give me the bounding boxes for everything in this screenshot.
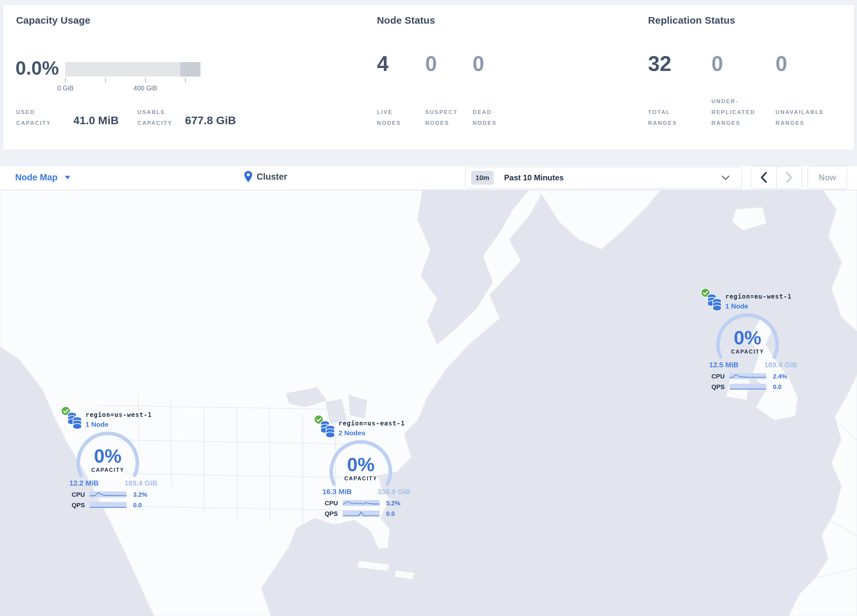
- capacity-axis-label: 0 GiB: [57, 85, 74, 92]
- qps-label: QPS: [325, 510, 338, 517]
- live-nodes-count: 4: [377, 52, 389, 76]
- capacity-axis-tick: [105, 78, 106, 82]
- capacity-usage-percent: 0.0%: [15, 57, 59, 79]
- used-capacity-label: USED CAPACITY: [16, 107, 67, 128]
- breadcrumb-label: Cluster: [257, 172, 287, 182]
- capacity-gauge-label: CAPACITY: [75, 467, 141, 473]
- cpu-sparkline: [90, 491, 127, 497]
- triangle-down-icon: [65, 176, 70, 180]
- qps-value: 0.0: [386, 510, 394, 517]
- database-stack-icon: [319, 420, 336, 438]
- marker-node-count: 2 Nodes: [339, 428, 405, 438]
- capacity-gauge-label: CAPACITY: [328, 476, 394, 482]
- capacity-gauge: 0% CAPACITY: [328, 440, 394, 488]
- capacity-gauge: 0% CAPACITY: [715, 313, 780, 361]
- time-step-buttons: [751, 166, 802, 189]
- capacity-gauge: 0% CAPACITY: [75, 432, 141, 479]
- capacity-axis-label: 400 GiB: [133, 85, 157, 92]
- breadcrumb-cluster[interactable]: Cluster: [244, 170, 287, 183]
- region-marker-us-west-1[interactable]: region=us-west-1 1 Node 0% CAPACITY 12.2…: [55, 405, 160, 517]
- marker-region-label: region=us-east-1: [339, 418, 405, 428]
- capacity-usage-title: Capacity Usage: [16, 15, 90, 26]
- region-marker-us-east-1[interactable]: region=us-east-1 2 Nodes 0% CAPACITY 16.…: [308, 414, 413, 525]
- qps-sparkline: [730, 384, 766, 390]
- database-stack-icon: [706, 293, 722, 311]
- view-selector-label: Node Map: [15, 173, 57, 183]
- cpu-label: CPU: [325, 500, 338, 507]
- node-status-title: Node Status: [377, 15, 435, 26]
- capacity-axis-tick: [145, 78, 146, 82]
- qps-label: QPS: [72, 502, 85, 509]
- marker-total-capacity: 169.4 GiB: [125, 479, 158, 488]
- used-capacity-value: 41.0 MiB: [73, 114, 119, 127]
- view-selector-node-map[interactable]: Node Map: [15, 173, 70, 183]
- cluster-summary-card: Capacity Usage 0.0% 0 GiB 400 GiB USED C…: [3, 5, 854, 150]
- capacity-axis-tick: [185, 78, 186, 82]
- marker-used-capacity: 16.3 MiB: [322, 488, 352, 496]
- time-window-value: Past 10 Minutes: [504, 173, 563, 182]
- time-window-dropdown[interactable]: 10m Past 10 Minutes: [465, 167, 742, 188]
- unavailable-ranges-count: 0: [775, 52, 787, 76]
- dead-nodes-label: DEAD NODES: [473, 107, 512, 128]
- dead-nodes-count: 0: [473, 52, 484, 76]
- node-map[interactable]: region=us-west-1 1 Node 0% CAPACITY 12.2…: [0, 190, 857, 616]
- cpu-label: CPU: [72, 491, 85, 499]
- total-ranges-count: 32: [648, 52, 671, 76]
- map-toolbar: Node Map Cluster 10m Past 10 Minutes: [0, 166, 857, 190]
- marker-node-count: 1 Node: [725, 301, 792, 311]
- capacity-axis-tick: [65, 78, 66, 82]
- chevron-left-icon: [760, 172, 767, 183]
- cpu-value: 3.2%: [133, 491, 147, 499]
- qps-label: QPS: [712, 383, 725, 391]
- total-ranges-label: TOTAL RANGES: [648, 107, 689, 128]
- region-marker-eu-west-1[interactable]: region=eu-west-1 1 Node 0% CAPACITY 12.5…: [695, 287, 800, 398]
- usable-capacity-value: 677.8 GiB: [185, 114, 236, 127]
- suspect-nodes-label: SUSPECT NODES: [425, 107, 473, 128]
- capacity-usage-bar: [65, 62, 200, 77]
- marker-used-capacity: 12.5 MiB: [709, 361, 738, 369]
- cpu-value: 2.4%: [773, 373, 787, 380]
- world-map-graphic: [0, 190, 857, 616]
- cpu-sparkline: [730, 373, 766, 379]
- capacity-gauge-percent: 0%: [75, 445, 141, 467]
- marker-total-capacity: 169.4 GiB: [764, 361, 797, 369]
- capacity-gauge-label: CAPACITY: [715, 349, 780, 355]
- qps-sparkline: [90, 502, 127, 508]
- marker-used-capacity: 12.2 MiB: [69, 479, 99, 488]
- usable-capacity-label: USABLE CAPACITY: [138, 107, 192, 128]
- qps-sparkline: [343, 511, 379, 516]
- now-button[interactable]: Now: [808, 166, 847, 189]
- capacity-gauge-percent: 0%: [328, 453, 394, 476]
- map-pin-icon: [244, 170, 253, 183]
- marker-total-capacity: 338.9 GiB: [377, 488, 410, 496]
- database-stack-icon: [67, 412, 83, 429]
- replication-status-title: Replication Status: [648, 15, 735, 26]
- capacity-gauge-percent: 0%: [715, 327, 780, 349]
- capacity-usage-bar-reserved: [180, 62, 200, 77]
- marker-region-label: region=eu-west-1: [725, 292, 792, 301]
- time-step-forward-button[interactable]: [777, 166, 802, 188]
- qps-value: 0.0: [133, 502, 142, 509]
- live-nodes-label: LIVE NODES: [377, 107, 416, 128]
- unavailable-ranges-label: UNAVAILABLE RANGES: [775, 107, 845, 128]
- time-step-back-button[interactable]: [751, 166, 777, 188]
- marker-region-label: region=us-west-1: [85, 410, 152, 420]
- under-replicated-ranges-count: 0: [712, 52, 723, 76]
- suspect-nodes-count: 0: [425, 52, 437, 76]
- under-replicated-ranges-label: UNDER-REPLICATED RANGES: [712, 96, 774, 128]
- time-window-badge: 10m: [471, 171, 493, 185]
- marker-node-count: 1 Node: [85, 420, 152, 429]
- chevron-right-icon: [786, 172, 793, 183]
- cpu-sparkline: [343, 500, 379, 506]
- cpu-label: CPU: [712, 373, 725, 380]
- cpu-value: 5.2%: [386, 500, 400, 507]
- qps-value: 0.0: [773, 383, 781, 391]
- chevron-down-icon: [722, 176, 730, 181]
